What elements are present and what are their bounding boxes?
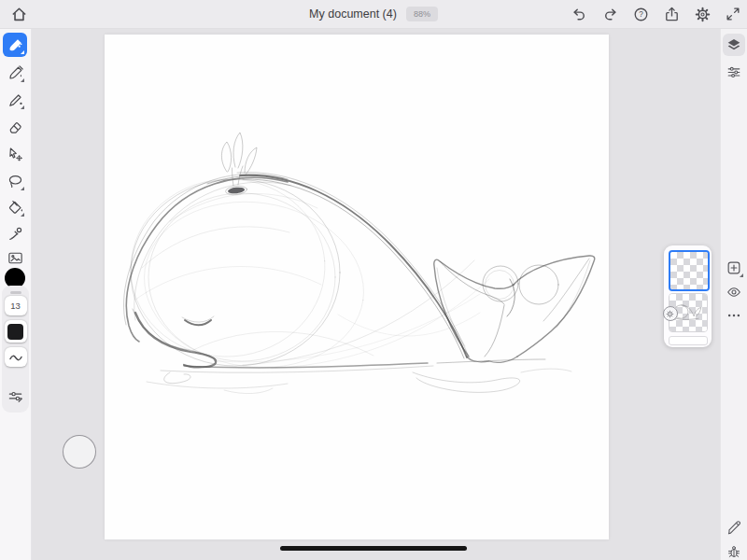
move-tool[interactable] — [3, 142, 27, 166]
vector-brush-tool[interactable] — [3, 88, 27, 112]
smoothing-icon — [8, 352, 23, 363]
fill-tool[interactable] — [3, 195, 27, 219]
brush-settings-icon[interactable] — [4, 384, 28, 408]
layer-more-options-icon[interactable] — [723, 304, 745, 327]
tool-sidebar: 13 — [0, 28, 32, 560]
bug-report-icon[interactable] — [723, 540, 745, 560]
eyedropper-tool[interactable] — [3, 221, 27, 245]
layer-1-thumbnail-selected[interactable] — [669, 250, 710, 291]
layer-visibility-icon[interactable] — [723, 281, 745, 303]
top-bar: My document (4) 88% ? — [0, 0, 747, 29]
stylus-settings-icon[interactable] — [723, 516, 745, 539]
layers-panel — [664, 245, 712, 347]
place-image-tool[interactable] — [3, 245, 27, 270]
transparent-checkerboard — [670, 252, 708, 289]
redo-icon[interactable] — [599, 3, 621, 25]
home-indicator-bar[interactable] — [280, 546, 467, 551]
svg-text:?: ? — [639, 10, 643, 19]
secondary-color-button[interactable] — [5, 320, 27, 343]
touch-shortcut-button[interactable] — [63, 435, 96, 469]
brush-size-button[interactable]: 13 — [5, 296, 27, 315]
drawing-canvas[interactable] — [105, 35, 609, 539]
layer-2-thumbnail[interactable] — [669, 293, 708, 332]
live-brush-tool[interactable] — [3, 61, 27, 85]
brush-size-value: 13 — [10, 301, 21, 311]
layers-panel-icon[interactable] — [723, 34, 745, 56]
fullscreen-icon[interactable] — [722, 3, 744, 25]
app-window: My document (4) 88% ? — [0, 0, 747, 560]
black-color-swatch — [7, 324, 23, 340]
zoom-level-badge[interactable]: 88% — [406, 7, 438, 21]
background-layer-thumbnail[interactable] — [669, 336, 708, 345]
lasso-select-tool[interactable] — [3, 169, 27, 193]
whale-sketch-drawing — [105, 35, 609, 539]
eraser-tool[interactable] — [3, 115, 27, 139]
brush-options-group: 13 — [2, 286, 29, 413]
add-layer-icon[interactable] — [723, 257, 745, 279]
document-title: My document (4) — [309, 7, 397, 21]
adjustments-icon[interactable] — [723, 61, 745, 83]
panel-sidebar — [720, 28, 747, 560]
help-icon[interactable]: ? — [629, 3, 652, 25]
settings-gear-icon[interactable] — [691, 3, 713, 25]
pixel-brush-tool[interactable] — [3, 33, 27, 57]
top-bar-actions: ? — [568, 0, 744, 28]
share-icon[interactable] — [660, 3, 683, 25]
undo-icon[interactable] — [568, 3, 590, 25]
smoothing-button[interactable] — [5, 347, 27, 367]
layer-options-badge-icon[interactable] — [663, 306, 678, 321]
drag-handle[interactable] — [10, 291, 21, 294]
